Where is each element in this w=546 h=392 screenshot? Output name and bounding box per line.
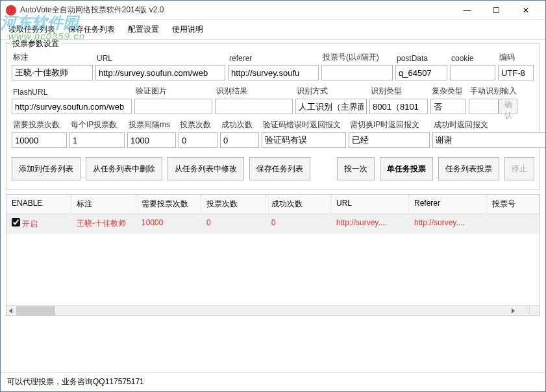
menu-help[interactable]: 使用说明: [169, 23, 206, 36]
titlebar: AutoVote全自动网络投票软件2014版 v2.0 — ☐ ✕: [1, 1, 545, 20]
status-text: 可以代理投票，业务咨询QQ117575171: [7, 377, 144, 386]
vote-once-button[interactable]: 投一次: [337, 157, 375, 180]
input-manual[interactable]: [469, 99, 499, 114]
settings-group: 投票参数设置 标注 URL referer 投票号(以#隔开) postData…: [6, 43, 540, 190]
input-referer[interactable]: [228, 65, 319, 80]
confirm-button[interactable]: 确认: [499, 99, 517, 114]
label-manual: 手动识别输入: [469, 86, 517, 97]
label-verimg: 验证图片: [134, 86, 212, 97]
select-complextype[interactable]: 否: [430, 99, 466, 114]
menubar: 读取任务列表 保存任务列表 配置设置 使用说明: [1, 20, 545, 40]
label-vermode: 识别方式: [295, 86, 367, 97]
label-encode: 编码: [498, 52, 534, 63]
select-vertype[interactable]: 8001（8101: [369, 99, 428, 114]
col-needvote[interactable]: 需要投票次数: [136, 195, 201, 214]
menu-save-tasks[interactable]: 保存任务列表: [66, 23, 118, 36]
select-vermode[interactable]: 人工识别（主界面: [295, 99, 367, 114]
label-succcnt: 成功次数: [220, 119, 259, 130]
input-success-ret[interactable]: [432, 132, 546, 148]
row-1: 标注 URL referer 投票号(以#隔开) postData cookie…: [12, 52, 534, 80]
row-checkbox[interactable]: [12, 218, 20, 227]
scroll-right-icon[interactable]: [512, 308, 515, 313]
input-switchip[interactable]: [349, 132, 430, 148]
label-cookie: cookie: [450, 54, 495, 63]
col-enable[interactable]: ENABLE: [6, 195, 71, 214]
row-2: FlashURL 验证图片 识别结果 识别方式人工识别（主界面 识别类型8001…: [12, 86, 534, 114]
label-verify-err: 验证码错误时返回报文: [262, 119, 346, 130]
statusbar: 可以代理投票，业务咨询QQ117575171: [1, 372, 545, 391]
menu-read-tasks[interactable]: 读取任务列表: [6, 23, 58, 36]
label-postdata: postData: [395, 54, 447, 63]
col-note[interactable]: 标注: [71, 195, 136, 214]
label-votenum: 投票号(以#隔开): [321, 52, 393, 63]
label-success-ret: 成功时返回报文: [432, 119, 546, 130]
input-flashurl[interactable]: [12, 99, 132, 114]
input-votecnt[interactable]: [179, 132, 217, 148]
table-header: ENABLE 标注 需要投票次数 投票次数 成功次数 URL Referer 投…: [6, 195, 540, 214]
delete-from-list-button[interactable]: 从任务列表中删除: [86, 157, 162, 180]
modify-in-list-button[interactable]: 从任务列表中修改: [168, 157, 244, 180]
label-referer: referer: [228, 54, 319, 63]
close-button[interactable]: ✕: [511, 1, 540, 20]
input-postdata[interactable]: [395, 65, 447, 80]
input-needvote[interactable]: [12, 132, 67, 148]
label-needvote: 需要投票次数: [12, 119, 67, 130]
col-votecnt[interactable]: 投票次数: [201, 195, 266, 214]
stop-button[interactable]: 停止: [504, 157, 534, 180]
col-succcnt[interactable]: 成功次数: [266, 195, 331, 214]
col-votenum[interactable]: 投票号: [487, 195, 540, 214]
scroll-left-icon[interactable]: [9, 308, 12, 313]
input-cookie[interactable]: [450, 65, 495, 80]
maximize-button[interactable]: ☐: [482, 1, 511, 20]
input-votenum[interactable]: [321, 65, 393, 80]
input-interval[interactable]: [127, 132, 176, 148]
input-verres[interactable]: [215, 99, 293, 114]
label-interval: 投票间隔ms: [127, 119, 176, 130]
input-url[interactable]: [95, 65, 225, 80]
horizontal-scrollbar[interactable]: [6, 305, 529, 315]
scroll-thumb[interactable]: [16, 306, 55, 315]
group-title: 投票参数设置: [10, 38, 61, 49]
scroll-corner: [529, 305, 540, 315]
cell-referer: http://survey....: [409, 214, 487, 234]
input-note[interactable]: [12, 65, 93, 80]
label-votecnt: 投票次数: [179, 119, 217, 130]
label-verres: 识别结果: [215, 86, 293, 97]
button-row: 添加到任务列表 从任务列表中删除 从任务列表中修改 保存任务列表 投一次 单任务…: [12, 157, 534, 180]
window-title: AutoVote全自动网络投票软件2014版 v2.0: [20, 5, 453, 16]
minimize-button[interactable]: —: [453, 1, 482, 20]
input-encode[interactable]: [498, 65, 534, 80]
col-referer[interactable]: Referer: [409, 195, 487, 214]
window-controls: — ☐ ✕: [453, 1, 540, 20]
cell-needvote: 10000: [136, 214, 201, 234]
label-complextype: 复杂类型: [430, 86, 466, 97]
input-succcnt[interactable]: [220, 132, 259, 148]
cell-note: 王晓-十佳教师: [71, 214, 136, 234]
save-list-button[interactable]: 保存任务列表: [249, 157, 310, 180]
input-ipvote[interactable]: [69, 132, 125, 148]
table-row[interactable]: 开启 王晓-十佳教师 10000 0 0 http://survey.... h…: [6, 214, 540, 234]
cell-url: http://survey....: [331, 214, 409, 234]
label-note: 标注: [12, 52, 93, 63]
cell-votenum: [487, 214, 540, 234]
task-list-vote-button[interactable]: 任务列表投票: [438, 157, 499, 180]
menu-config[interactable]: 配置设置: [125, 23, 162, 36]
label-flashurl: FlashURL: [12, 88, 132, 97]
single-task-vote-button[interactable]: 单任务投票: [380, 157, 433, 180]
label-url: URL: [95, 54, 225, 63]
label-switchip: 需切换IP时返回报文: [349, 119, 430, 130]
cell-succcnt: 0: [266, 214, 331, 234]
cell-enable: 开启: [22, 219, 38, 228]
app-icon: [6, 5, 16, 16]
label-ipvote: 每个IP投票数: [69, 119, 125, 130]
task-table: ENABLE 标注 需要投票次数 投票次数 成功次数 URL Referer 投…: [6, 194, 540, 316]
input-verimg[interactable]: [134, 99, 212, 114]
cell-votecnt: 0: [201, 214, 266, 234]
add-to-list-button[interactable]: 添加到任务列表: [12, 157, 81, 180]
input-verify-err[interactable]: [262, 132, 346, 148]
col-url[interactable]: URL: [331, 195, 409, 214]
row-3: 需要投票次数 每个IP投票数 投票间隔ms 投票次数 成功次数 验证码错误时返回…: [12, 119, 534, 148]
label-vertype: 识别类型: [369, 86, 428, 97]
